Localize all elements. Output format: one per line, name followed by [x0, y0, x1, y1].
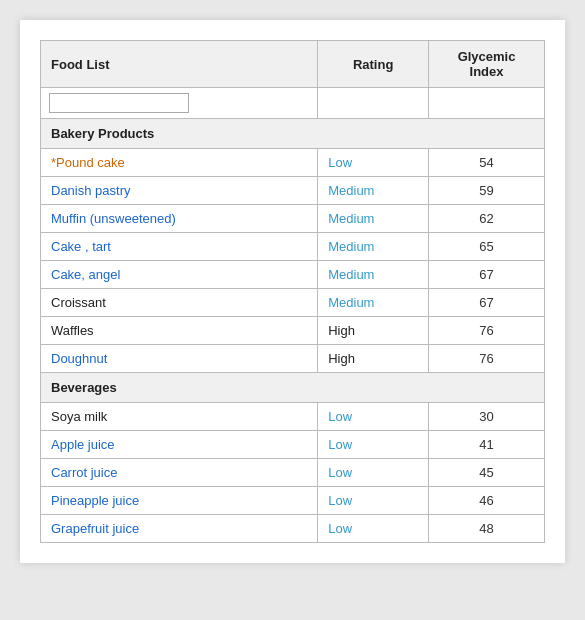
food-link[interactable]: Doughnut — [51, 351, 107, 366]
gi-cell: 76 — [429, 345, 545, 373]
search-gi-cell — [429, 88, 545, 119]
gi-cell: 65 — [429, 233, 545, 261]
gi-cell: 67 — [429, 261, 545, 289]
rating-cell: Medium — [318, 205, 429, 233]
gi-cell: 59 — [429, 177, 545, 205]
food-name: Soya milk — [51, 409, 107, 424]
food-link[interactable]: Muffin (unsweetened) — [51, 211, 176, 226]
header-food-list: Food List — [41, 41, 318, 88]
category-row: Bakery Products — [41, 119, 545, 149]
gi-cell: 62 — [429, 205, 545, 233]
gi-cell: 67 — [429, 289, 545, 317]
food-link[interactable]: Cake , tart — [51, 239, 111, 254]
food-link[interactable]: Pineapple juice — [51, 493, 139, 508]
food-cell: Doughnut — [41, 345, 318, 373]
food-table: Food List Rating Glycemic Index Bakery P… — [40, 40, 545, 543]
rating-cell: Low — [318, 431, 429, 459]
food-cell: Croissant — [41, 289, 318, 317]
rating-cell: Low — [318, 403, 429, 431]
food-cell: Apple juice — [41, 431, 318, 459]
table-row: Soya milk Low 30 — [41, 403, 545, 431]
rating-cell: Medium — [318, 233, 429, 261]
table-row: Carrot juice Low 45 — [41, 459, 545, 487]
rating-cell: Low — [318, 487, 429, 515]
table-row: Croissant Medium 67 — [41, 289, 545, 317]
food-cell: Cake, angel — [41, 261, 318, 289]
rating-cell: Low — [318, 515, 429, 543]
food-cell: Muffin (unsweetened) — [41, 205, 318, 233]
table-row: Danish pastry Medium 59 — [41, 177, 545, 205]
table-row: Apple juice Low 41 — [41, 431, 545, 459]
food-link[interactable]: Cake, angel — [51, 267, 120, 282]
search-input[interactable] — [49, 93, 189, 113]
table-row: Cake , tart Medium 65 — [41, 233, 545, 261]
food-cell: Pineapple juice — [41, 487, 318, 515]
category-name: Beverages — [41, 373, 545, 403]
category-row: Beverages — [41, 373, 545, 403]
food-link[interactable]: Danish pastry — [51, 183, 130, 198]
gi-cell: 46 — [429, 487, 545, 515]
food-link[interactable]: Grapefruit juice — [51, 521, 139, 536]
table-row: Doughnut High 76 — [41, 345, 545, 373]
gi-cell: 41 — [429, 431, 545, 459]
food-cell: Waffles — [41, 317, 318, 345]
food-cell: Danish pastry — [41, 177, 318, 205]
food-name: Croissant — [51, 295, 106, 310]
page-container: Food List Rating Glycemic Index Bakery P… — [20, 20, 565, 563]
table-row: Waffles High 76 — [41, 317, 545, 345]
rating-cell: Medium — [318, 289, 429, 317]
food-cell: Carrot juice — [41, 459, 318, 487]
table-row: Grapefruit juice Low 48 — [41, 515, 545, 543]
rating-cell: High — [318, 317, 429, 345]
rating-cell: Medium — [318, 177, 429, 205]
table-row: Cake, angel Medium 67 — [41, 261, 545, 289]
search-rating-cell — [318, 88, 429, 119]
rating-cell: Low — [318, 149, 429, 177]
search-row — [41, 88, 545, 119]
food-link[interactable]: *Pound cake — [51, 155, 125, 170]
category-name: Bakery Products — [41, 119, 545, 149]
food-cell: Grapefruit juice — [41, 515, 318, 543]
table-row: Pineapple juice Low 46 — [41, 487, 545, 515]
rating-cell: Low — [318, 459, 429, 487]
gi-cell: 54 — [429, 149, 545, 177]
search-cell[interactable] — [41, 88, 318, 119]
table-row: Muffin (unsweetened) Medium 62 — [41, 205, 545, 233]
rating-cell: High — [318, 345, 429, 373]
gi-cell: 30 — [429, 403, 545, 431]
table-row: *Pound cake Low 54 — [41, 149, 545, 177]
gi-cell: 48 — [429, 515, 545, 543]
header-gi: Glycemic Index — [429, 41, 545, 88]
gi-cell: 45 — [429, 459, 545, 487]
gi-cell: 76 — [429, 317, 545, 345]
food-link[interactable]: Apple juice — [51, 437, 115, 452]
food-cell: Soya milk — [41, 403, 318, 431]
rating-cell: Medium — [318, 261, 429, 289]
header-rating: Rating — [318, 41, 429, 88]
food-cell: *Pound cake — [41, 149, 318, 177]
food-link[interactable]: Carrot juice — [51, 465, 117, 480]
food-name: Waffles — [51, 323, 94, 338]
food-cell: Cake , tart — [41, 233, 318, 261]
